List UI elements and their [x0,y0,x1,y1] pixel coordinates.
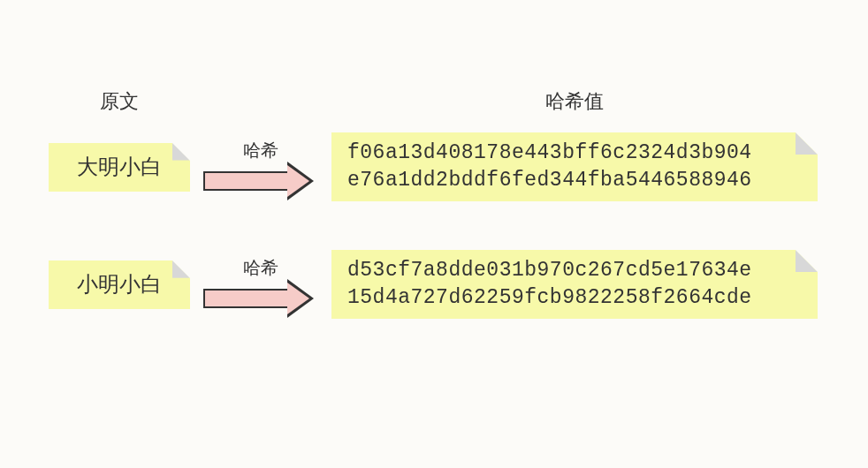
plaintext-note: 大明小白 [49,143,190,192]
hash-line-2: e76a1dd2bddf6fed344fba5446588946 [347,167,802,194]
plaintext-text: 大明小白 [77,153,162,181]
arrow-label: 哈希 [243,139,278,162]
hashvalue-header: 哈希值 [331,88,818,115]
hash-line-1: f06a13d408178e443bff6c2324d3b904 [347,140,802,167]
arrow-label: 哈希 [243,256,278,280]
hash-row-1: 大明小白 哈希 f06a13d408178e443bff6c2324d3b904… [49,132,818,201]
hash-output-note: f06a13d408178e443bff6c2324d3b904 e76a1dd… [331,132,818,201]
hash-line-2: 15d4a727d62259fcb9822258f2664cde [347,284,802,312]
hash-output-note: d53cf7a8dde031b970c267cd5e17634e 15d4a72… [331,250,818,319]
plaintext-note: 小明小白 [49,260,190,309]
hash-diagram: 原文 哈希值 大明小白 哈希 f06a13d408178e443bff6c232… [49,88,818,367]
plaintext-text: 小明小白 [77,270,162,298]
arrow-icon [203,284,318,313]
arrow-icon [203,167,318,195]
hash-line-1: d53cf7a8dde031b970c267cd5e17634e [347,257,802,284]
hash-row-2: 小明小白 哈希 d53cf7a8dde031b970c267cd5e17634e… [49,250,818,319]
arrow-section: 哈希 [190,139,331,195]
arrow-section: 哈希 [190,256,331,313]
header-row: 原文 哈希值 [49,88,818,115]
plaintext-header: 原文 [49,88,190,115]
